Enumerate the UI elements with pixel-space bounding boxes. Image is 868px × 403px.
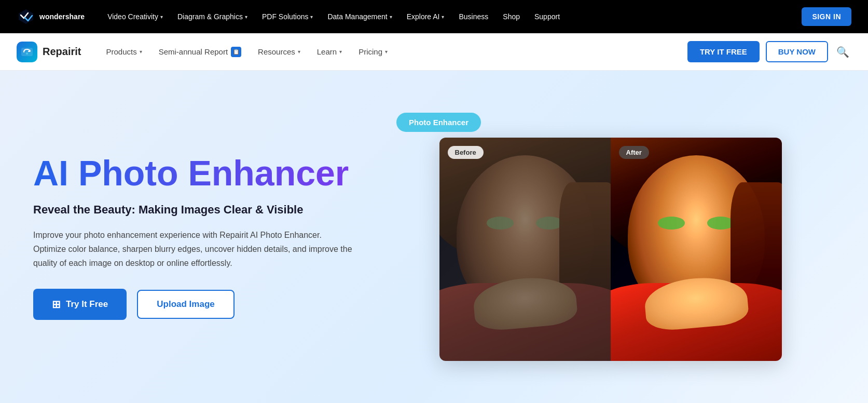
chevron-down-icon: ▾	[390, 14, 392, 20]
wondershare-logo-text: wondershare	[39, 12, 85, 21]
nav-explore-ai[interactable]: Explore AI ▾	[401, 8, 451, 25]
hero-left-content: AI Photo Enhancer Reveal the Beauty: Mak…	[33, 154, 386, 320]
after-panel: After	[611, 138, 782, 361]
nav-video-creativity[interactable]: Video Creativity ▾	[101, 8, 169, 25]
face-area-after	[611, 138, 782, 361]
try-it-free-button[interactable]: TRY IT FREE	[687, 41, 760, 62]
report-badge-icon: 📋	[231, 47, 241, 57]
before-label: Before	[448, 146, 484, 159]
top-navigation: wondershare Video Creativity ▾ Diagram &…	[0, 0, 868, 33]
nav-business[interactable]: Business	[452, 8, 494, 25]
eye-shadow-left	[487, 217, 514, 230]
hero-description: Improve your photo enhancement experienc…	[33, 228, 355, 271]
wondershare-logo[interactable]: wondershare	[17, 7, 85, 26]
chevron-down-icon: ▾	[160, 14, 163, 20]
chevron-down-icon: ▾	[245, 14, 247, 20]
nav-pdf-solutions[interactable]: PDF Solutions ▾	[256, 8, 319, 25]
chevron-down-icon: ▾	[298, 49, 300, 55]
hero-right-image: Photo Enhancer Before	[386, 113, 835, 361]
nav-data-management[interactable]: Data Management ▾	[321, 8, 398, 25]
after-photo-simulation	[611, 138, 782, 361]
repairit-logo-icon	[17, 42, 37, 62]
hero-upload-image-button[interactable]: Upload Image	[137, 290, 234, 319]
hero-buttons: ⊞ Try It Free Upload Image	[33, 289, 365, 320]
search-icon[interactable]: 🔍	[834, 44, 851, 60]
photo-enhancer-badge: Photo Enhancer	[396, 113, 481, 132]
buy-now-button[interactable]: BUY NOW	[766, 41, 828, 62]
nav-support[interactable]: Support	[528, 8, 566, 25]
windows-icon: ⊞	[52, 298, 61, 311]
before-panel: Before	[439, 138, 611, 361]
sign-in-button[interactable]: SIGN IN	[802, 7, 851, 26]
subnav-semi-annual-report[interactable]: Semi-annual Report 📋	[150, 43, 250, 61]
after-label: After	[619, 146, 649, 159]
hero-title: AI Photo Enhancer	[33, 154, 365, 193]
chevron-down-icon: ▾	[339, 49, 342, 55]
nav-diagram-graphics[interactable]: Diagram & Graphics ▾	[171, 8, 254, 25]
subnav-resources[interactable]: Resources ▾	[250, 43, 309, 60]
image-comparison-widget: Before After	[439, 138, 782, 361]
subnav-learn[interactable]: Learn ▾	[309, 43, 350, 60]
subnav-pricing[interactable]: Pricing ▾	[350, 43, 396, 60]
report-badge-container: Semi-annual Report 📋	[159, 47, 241, 57]
chevron-down-icon: ▾	[385, 49, 388, 55]
sub-navigation: Repairit Products ▾ Semi-annual Report 📋…	[0, 33, 868, 71]
sub-nav-menu: Products ▾ Semi-annual Report 📋 Resource…	[98, 43, 687, 61]
repairit-logo[interactable]: Repairit	[17, 42, 81, 62]
hero-try-free-button[interactable]: ⊞ Try It Free	[33, 289, 127, 320]
chevron-down-icon: ▾	[140, 49, 142, 55]
hero-section: AI Photo Enhancer Reveal the Beauty: Mak…	[0, 71, 868, 403]
before-photo-simulation	[439, 138, 611, 361]
top-nav-right: SIGN IN	[802, 7, 851, 26]
eye-shadow-left-after	[658, 217, 685, 230]
repairit-svg-icon	[20, 45, 34, 59]
svg-point-1	[26, 52, 28, 55]
chevron-down-icon: ▾	[310, 14, 313, 20]
wondershare-logo-icon	[17, 7, 35, 26]
nav-shop[interactable]: Shop	[497, 8, 526, 25]
hero-subtitle: Reveal the Beauty: Making Images Clear &…	[33, 203, 365, 218]
repairit-brand-text: Repairit	[43, 46, 81, 58]
sub-nav-right-actions: TRY IT FREE BUY NOW 🔍	[687, 41, 851, 62]
top-nav-menu: Video Creativity ▾ Diagram & Graphics ▾ …	[101, 8, 797, 25]
face-area	[439, 138, 611, 361]
subnav-products[interactable]: Products ▾	[98, 43, 150, 60]
chevron-down-icon: ▾	[442, 14, 444, 20]
